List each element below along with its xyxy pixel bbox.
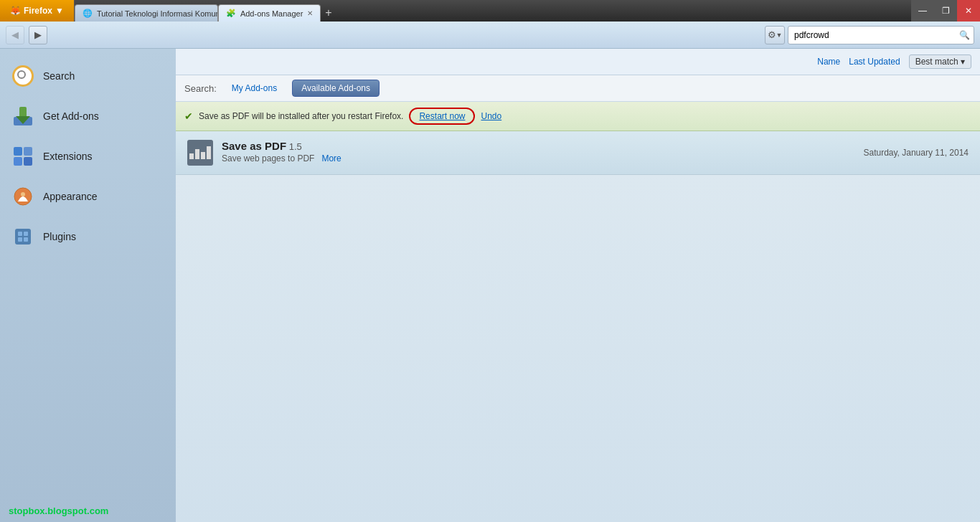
main-panel: Name Last Updated Best match ▾ Search: M… — [176, 49, 980, 522]
addon-date: Saturday, January 11, 2014 — [863, 148, 969, 158]
forward-button[interactable]: ▶ — [29, 26, 47, 44]
sidebar-item-search[interactable]: Search — [0, 56, 176, 96]
tab-addons[interactable]: 🧩 Add-ons Manager ✕ — [218, 4, 321, 22]
svg-point-8 — [21, 192, 25, 196]
bar2 — [195, 149, 199, 159]
last-updated-sort-label[interactable]: Last Updated — [849, 57, 900, 67]
firefox-label: Firefox — [24, 6, 52, 16]
firefox-dropdown-icon: ▼ — [55, 6, 64, 16]
tab-addons-icon: 🧩 — [226, 9, 236, 18]
sidebar-label-search: Search — [43, 70, 75, 82]
sidebar-item-appearance[interactable]: Appearance — [0, 176, 176, 217]
addon-info: Save as PDF 1.5 Save web pages to PDF Mo… — [222, 140, 854, 163]
window-controls: — ❐ ✕ — [911, 0, 980, 22]
empty-area — [176, 175, 980, 522]
sidebar-item-extensions[interactable]: Extensions — [0, 136, 176, 176]
sidebar-label-get-addons: Get Add-ons — [43, 110, 99, 122]
tab-addons-close[interactable]: ✕ — [307, 9, 313, 17]
sort-controls: Name Last Updated Best match ▾ — [817, 54, 971, 69]
search-bar: Search: My Add-ons Available Add-ons — [176, 75, 980, 102]
search-label: Search: — [184, 83, 217, 94]
restart-now-button[interactable]: Restart now — [409, 108, 475, 125]
svg-rect-11 — [24, 232, 28, 236]
svg-rect-4 — [24, 147, 32, 156]
firefox-logo: 🦊 — [10, 6, 21, 16]
maximize-button[interactable]: ❐ — [934, 0, 957, 22]
minimize-button[interactable]: — — [911, 0, 934, 22]
sidebar-item-plugins[interactable]: Plugins — [0, 217, 176, 257]
watermark: stopbox.blogspot.com — [9, 506, 108, 516]
undo-link[interactable]: Undo — [481, 111, 501, 121]
search-icon — [11, 65, 34, 87]
available-addons-tab[interactable]: Available Add-ons — [292, 80, 380, 97]
gear-button[interactable]: ⚙ ▼ — [765, 26, 785, 44]
svg-rect-10 — [18, 232, 22, 236]
addon-more-link[interactable]: More — [321, 153, 341, 163]
bar4 — [207, 146, 211, 159]
extensions-icon — [11, 145, 34, 168]
addons-toolbar: Name Last Updated Best match ▾ — [176, 49, 980, 75]
install-message: Save as PDF will be installed after you … — [199, 111, 403, 121]
addon-version: 1.5 — [289, 141, 302, 152]
bar3 — [201, 152, 205, 159]
bar1 — [189, 153, 194, 159]
best-match-dropdown[interactable]: Best match ▾ — [909, 54, 971, 69]
checkmark-icon: ✔ — [184, 110, 193, 122]
addon-name: Save as PDF — [222, 140, 286, 152]
appearance-icon — [11, 185, 34, 208]
url-bar-area: ⚙ ▼ 🔍 — [52, 26, 974, 44]
tab-addons-label: Add-ons Manager — [240, 9, 303, 18]
svg-rect-3 — [14, 147, 22, 156]
sidebar-label-appearance: Appearance — [43, 191, 98, 202]
addon-title-row: Save as PDF 1.5 — [222, 140, 854, 152]
tab-tutorial-icon: 🌐 — [83, 9, 93, 18]
install-notification-bar: ✔ Save as PDF will be installed after yo… — [176, 102, 980, 131]
svg-rect-13 — [24, 237, 28, 242]
addon-desc-text: Save web pages to PDF — [222, 153, 314, 163]
content-area: Search Get Add-ons Extensio — [0, 49, 980, 522]
close-button[interactable]: ✕ — [957, 0, 980, 22]
tab-tutorial-label: Tutorial Teknologi Informasi Komuni... — [97, 9, 218, 18]
titlebar-left: 🦊 Firefox ▼ 🌐 Tutorial Teknologi Informa… — [0, 0, 336, 22]
sidebar-label-plugins: Plugins — [43, 231, 76, 242]
addon-description-row: Save web pages to PDF More — [222, 153, 854, 163]
gear-icon: ⚙ — [768, 29, 776, 40]
get-addons-icon — [11, 105, 34, 128]
navbar: ◀ ▶ ⚙ ▼ 🔍 — [0, 22, 980, 49]
sidebar: Search Get Add-ons Extensio — [0, 49, 176, 522]
firefox-menu-button[interactable]: 🦊 Firefox ▼ — [0, 0, 75, 22]
url-search-icon: 🔍 — [959, 30, 970, 40]
my-addons-tab[interactable]: My Add-ons — [222, 80, 286, 97]
sidebar-item-get-addons[interactable]: Get Add-ons — [0, 96, 176, 136]
gear-dropdown-icon: ▼ — [776, 32, 783, 39]
titlebar: 🦊 Firefox ▼ 🌐 Tutorial Teknologi Informa… — [0, 0, 980, 22]
svg-rect-5 — [14, 157, 22, 166]
svg-rect-12 — [18, 237, 22, 242]
addon-item-save-as-pdf: Save as PDF 1.5 Save web pages to PDF Mo… — [176, 131, 980, 175]
url-input[interactable] — [788, 26, 974, 44]
plugins-icon — [11, 225, 34, 248]
sidebar-label-extensions: Extensions — [43, 151, 92, 162]
svg-rect-9 — [15, 229, 31, 245]
url-container: 🔍 — [788, 26, 974, 44]
bar-chart-icon — [187, 143, 214, 162]
svg-rect-6 — [24, 157, 32, 166]
name-sort-label[interactable]: Name — [817, 57, 840, 67]
back-button[interactable]: ◀ — [6, 26, 24, 44]
tab-tutorial[interactable]: 🌐 Tutorial Teknologi Informasi Komuni...… — [75, 4, 218, 22]
addon-save-as-pdf-icon — [187, 140, 213, 166]
tabs-container: 🌐 Tutorial Teknologi Informasi Komuni...… — [75, 0, 336, 22]
new-tab-button[interactable]: + — [321, 4, 336, 22]
